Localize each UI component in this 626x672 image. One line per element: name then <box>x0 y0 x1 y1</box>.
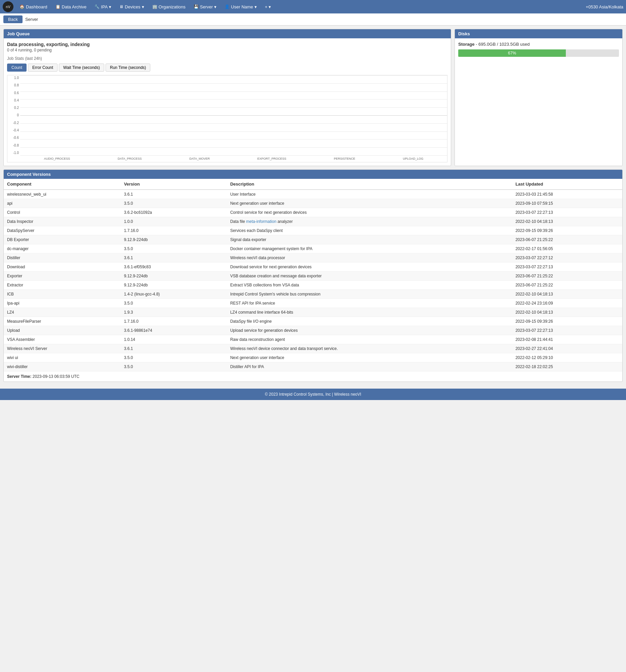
nav-label-user: User Name <box>231 4 253 9</box>
footer: © 2023 Intrepid Control Systems, Inc | W… <box>0 389 626 400</box>
y-label-10: -0.8 <box>9 144 19 147</box>
plus-dropdown-icon: ▾ <box>269 4 271 9</box>
table-row: Data Inspector1.0.0Data file meta-inform… <box>4 217 622 226</box>
nav-item-dashboard[interactable]: 🏠 Dashboard <box>16 3 51 11</box>
job-queue-header: Job Queue <box>4 29 451 38</box>
y-label-7: -0.2 <box>9 121 19 125</box>
cell-component: DB Exporter <box>4 235 121 244</box>
col-header-component: Component <box>4 179 121 190</box>
cell-description: Wireless neoVI data processor <box>227 254 512 263</box>
cell-component: wivi ui <box>4 353 121 362</box>
grid-line-1 <box>20 75 447 76</box>
tab-run-time[interactable]: Run Time (seconds) <box>105 64 150 72</box>
cell-version: 1.7.16.0 <box>121 226 227 235</box>
devices-icon: 🖥 <box>119 4 123 9</box>
job-stats-sublabel: (last 24h) <box>25 56 42 61</box>
cell-last-updated: 2023-03-07 22:27:13 <box>512 326 622 335</box>
cell-component: Download <box>4 263 121 272</box>
cell-component: Control <box>4 208 121 217</box>
cell-component: DataSpyServer <box>4 226 121 235</box>
x-axis-labels: AUDIO_PROCESS DATA_PROCESS DATA_MOVER EX… <box>20 155 447 162</box>
cell-last-updated: 2023-06-07 21:25:22 <box>512 235 622 244</box>
table-row: wirelessneovi_web_ui3.6.1User Interface2… <box>4 190 622 199</box>
nav-item-server[interactable]: 💾 Server ▾ <box>190 3 220 11</box>
job-title: Data processing, exporting, indexing <box>7 42 448 47</box>
table-row: ICB1.4-2 (linux-gcc-4.8)Intrepid Control… <box>4 290 622 299</box>
job-subtitle: 0 of 4 running, 0 pending <box>7 48 448 52</box>
cell-description: Distiller API for IPA <box>227 362 512 371</box>
cell-description: Services each DataSpy client <box>227 226 512 235</box>
table-row: Extractor9.12.9-224dbExtract VSB collect… <box>4 281 622 290</box>
x-label-1: AUDIO_PROCESS <box>44 157 70 160</box>
cell-component: Wireless neoVI Server <box>4 344 121 353</box>
grid-line-6 <box>20 123 447 124</box>
cell-version: 9.12.9-224db <box>121 272 227 281</box>
server-dropdown-icon: ▾ <box>214 4 217 9</box>
ipa-icon: 🔧 <box>94 4 99 9</box>
cell-description: Extract VSB collections from VSA data <box>227 281 512 290</box>
logo[interactable]: nV <box>3 1 14 12</box>
top-nav: nV 🏠 Dashboard 📋 Data Archive 🔧 IPA ▾ 🖥 … <box>0 0 626 14</box>
logo-text: nV <box>6 5 10 9</box>
ipa-dropdown-icon: ▾ <box>109 4 111 9</box>
cell-version: 9.12.9-224db <box>121 281 227 290</box>
cell-version: 3.6.1 <box>121 190 227 199</box>
table-row: Ipa-api3.5.0REST API for IPA service2022… <box>4 299 622 308</box>
cell-version: 1.4-2 (linux-gcc-4.8) <box>121 290 227 299</box>
y-label-6: 0 <box>9 113 19 117</box>
cell-component: MeasureFileParser <box>4 317 121 326</box>
storage-percent-label: 67% <box>508 51 516 55</box>
table-row: DB Exporter9.12.9-224dbSignal data expor… <box>4 235 622 244</box>
tab-count[interactable]: Count <box>7 64 27 72</box>
description-link[interactable]: meta-information <box>246 219 276 224</box>
cell-last-updated: 2022-02-18 22:02:25 <box>512 362 622 371</box>
table-row: Wireless neoVI Server3.6.1Wireless neoVI… <box>4 344 622 353</box>
col-header-last-updated: Last Updated <box>512 179 622 190</box>
nav-item-data-archive[interactable]: 📋 Data Archive <box>52 3 90 11</box>
cell-description: Data file meta-information analyzer <box>227 217 512 226</box>
cell-last-updated: 2022-02-12 05:29:10 <box>512 353 622 362</box>
tab-wait-time[interactable]: Wait Time (seconds) <box>59 64 104 72</box>
cell-last-updated: 2022-02-10 04:18:13 <box>512 290 622 299</box>
storage-progress-fill: 67% <box>458 49 566 57</box>
nav-item-user-name[interactable]: 👤 User Name ▾ <box>221 3 260 11</box>
cell-description: LZ4 command line interface 64-bits <box>227 308 512 317</box>
job-queue-panel: Job Queue Data processing, exporting, in… <box>3 29 451 166</box>
storage-label: Storage - 695.0GB / 1023.5GB used <box>458 42 619 47</box>
cell-version: 3.6.1-98861e74 <box>121 326 227 335</box>
nav-item-plus[interactable]: + ▾ <box>262 3 275 11</box>
nav-item-devices[interactable]: 🖥 Devices ▾ <box>116 3 147 11</box>
disks-panel: Disks Storage - 695.0GB / 1023.5GB used … <box>455 29 623 166</box>
chart-inner <box>20 75 447 155</box>
x-label-6: UPLOAD_LOG <box>403 157 423 160</box>
nav-items: 🏠 Dashboard 📋 Data Archive 🔧 IPA ▾ 🖥 Dev… <box>16 3 586 11</box>
col-header-version: Version <box>121 179 227 190</box>
cell-last-updated: 2022-09-15 09:39:26 <box>512 317 622 326</box>
cell-last-updated: 2023-03-07 22:27:12 <box>512 254 622 263</box>
cell-component: api <box>4 199 121 208</box>
dashboard-icon: 🏠 <box>20 4 25 9</box>
table-row: MeasureFileParser1.7.16.0DataSpy file I/… <box>4 317 622 326</box>
cell-last-updated: 2023-06-07 21:25:22 <box>512 281 622 290</box>
data-archive-icon: 📋 <box>55 4 61 9</box>
cell-version: 3.6.1-ef059c83 <box>121 263 227 272</box>
organizations-icon: 🏢 <box>152 4 157 9</box>
component-versions-table: Component Version Description Last Updat… <box>4 179 622 371</box>
back-button[interactable]: Back <box>3 16 23 23</box>
server-time-value: 2023-09-13 06:03:59 UTC <box>32 374 79 379</box>
storage-title: Storage <box>458 42 474 47</box>
table-header-row: Component Version Description Last Updat… <box>4 179 622 190</box>
cell-last-updated: 2023-03-07 22:27:13 <box>512 208 622 217</box>
y-label-2: 0.8 <box>9 83 19 87</box>
y-label-8: -0.4 <box>9 128 19 132</box>
cell-last-updated: 2022-09-15 09:39:26 <box>512 226 622 235</box>
y-label-1: 1.0 <box>9 76 19 80</box>
user-dropdown-icon: ▾ <box>255 4 257 9</box>
nav-item-organizations[interactable]: 🏢 Organizations <box>149 3 189 11</box>
table-row: DataSpyServer1.7.16.0Services each DataS… <box>4 226 622 235</box>
disks-body: Storage - 695.0GB / 1023.5GB used 67% <box>455 38 622 60</box>
grid-line-5 <box>20 107 447 107</box>
cell-version: 9.12.9-224db <box>121 235 227 244</box>
tab-error-count[interactable]: Error Count <box>28 64 57 72</box>
nav-item-ipa[interactable]: 🔧 IPA ▾ <box>91 3 115 11</box>
